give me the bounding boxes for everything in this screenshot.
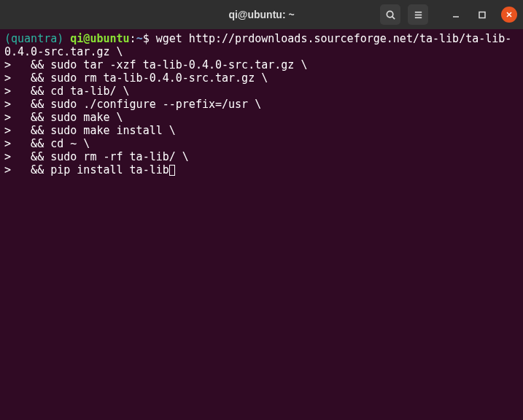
close-button[interactable] bbox=[501, 7, 517, 23]
command-cont-line: > && sudo rm ta-lib-0.4.0-src.tar.gz \ bbox=[4, 71, 268, 85]
maximize-button[interactable] bbox=[475, 7, 489, 22]
command-cont-line: > && sudo tar -xzf ta-lib-0.4.0-src.tar.… bbox=[4, 58, 307, 71]
command-cont-line: > && pip install ta-lib bbox=[4, 163, 169, 176]
prompt-userhost: qi@ubuntu bbox=[70, 32, 129, 45]
minimize-button[interactable] bbox=[449, 7, 463, 22]
svg-line-1 bbox=[392, 16, 394, 18]
menu-button[interactable] bbox=[408, 4, 428, 25]
command-cont-line: > && sudo make \ bbox=[4, 111, 123, 124]
prompt-path: ~ bbox=[136, 32, 143, 45]
svg-point-0 bbox=[387, 11, 392, 17]
command-cont-line: > && cd ta-lib/ \ bbox=[4, 85, 130, 98]
command-cont-line: > && sudo ./configure --prefix=/usr \ bbox=[4, 98, 261, 111]
terminal-body[interactable]: (quantra) qi@ubuntu:~$ wget http://prdow… bbox=[0, 29, 523, 420]
command-cont-line: > && sudo make install \ bbox=[4, 124, 176, 137]
svg-rect-6 bbox=[479, 12, 485, 18]
command-cont-line: > && sudo rm -rf ta-lib/ \ bbox=[4, 150, 189, 163]
prompt-env: (quantra) bbox=[4, 32, 63, 45]
cursor bbox=[169, 165, 175, 176]
prompt-symbol: $ bbox=[143, 32, 150, 45]
search-button[interactable] bbox=[380, 4, 400, 25]
prompt-sep: : bbox=[130, 32, 136, 45]
window-title: qi@ubuntu: ~ bbox=[228, 9, 294, 20]
command-cont-line: > && cd ~ \ bbox=[4, 137, 90, 150]
titlebar: qi@ubuntu: ~ bbox=[0, 0, 523, 29]
